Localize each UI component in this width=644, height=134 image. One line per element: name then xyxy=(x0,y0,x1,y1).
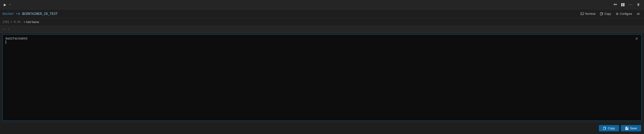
configure-icon xyxy=(616,12,619,16)
output-section: ··· 0a52fdc5d843 ✕ Copy xyxy=(0,26,644,134)
svg-rect-9 xyxy=(626,127,627,128)
toolbar-row: ▶ ▾ ··· xyxy=(0,0,644,10)
trash-icon xyxy=(636,3,640,6)
add-name-button[interactable]: + Add Name xyxy=(22,20,40,24)
terminal-label: Terminal xyxy=(585,12,595,16)
split-icon xyxy=(621,3,625,6)
copy-icon-bottom xyxy=(603,127,606,130)
output-dots-row: ··· xyxy=(0,26,644,33)
save-button[interactable]: Save xyxy=(621,125,641,132)
terminal-button[interactable]: Terminal xyxy=(579,11,597,16)
close-icon: ✕ xyxy=(635,37,638,41)
copy-icon-top xyxy=(600,12,603,16)
action-buttons-right: Terminal Copy Configure xyxy=(579,11,642,16)
cursor-line xyxy=(6,40,638,44)
output-line-1: 0a52fdc5d843 xyxy=(6,37,638,40)
svg-point-5 xyxy=(617,13,618,14)
copy-button-top[interactable]: Copy xyxy=(598,11,613,16)
step-info: [10] ✓ 0.4s + Add Name xyxy=(2,20,40,24)
command-rm-text: rm xyxy=(16,12,20,16)
command-row: docker rm $CONTAINER_ID_TEST Terminal xyxy=(0,10,644,18)
bottom-action-bar: Copy Save xyxy=(0,122,644,134)
svg-rect-4 xyxy=(600,13,602,15)
command-keyword: docker xyxy=(2,12,14,16)
add-name-label: + Add Name xyxy=(24,20,39,24)
duration: 0.4s xyxy=(14,20,21,24)
output-text-area: 0a52fdc5d843 xyxy=(2,34,642,120)
command-left: docker rm $CONTAINER_ID_TEST xyxy=(2,12,58,16)
command-right: Terminal Copy Configure xyxy=(579,11,642,16)
run-all-icon xyxy=(614,3,617,6)
step-info-row: [10] ✓ 0.4s + Add Name xyxy=(0,18,644,26)
svg-rect-1 xyxy=(623,3,624,6)
save-icon xyxy=(625,127,628,130)
split-button[interactable] xyxy=(620,2,626,8)
run-button[interactable]: ▶ xyxy=(2,2,8,8)
terminal-icon xyxy=(580,12,584,16)
chevron-icon: ▾ xyxy=(9,3,11,6)
command-text: docker rm $CONTAINER_ID_TEST xyxy=(2,12,58,16)
more-options-button[interactable]: ··· xyxy=(627,1,634,8)
run-all-button[interactable] xyxy=(612,2,618,8)
close-output-button[interactable]: ✕ xyxy=(634,36,640,42)
dots-icon[interactable]: ··· xyxy=(2,27,10,32)
output-content-box: 0a52fdc5d843 ✕ xyxy=(2,34,642,121)
command-arg: $CONTAINER_ID_TEST xyxy=(22,12,58,16)
check-icon: ✓ xyxy=(10,20,12,24)
toolbar-left: ▶ ▾ xyxy=(2,2,11,8)
shell-label: sh xyxy=(637,12,640,16)
main-container: ▶ ▾ ··· xyxy=(0,0,644,134)
text-cursor xyxy=(6,40,6,44)
svg-rect-7 xyxy=(603,128,605,130)
configure-button[interactable]: Configure xyxy=(614,11,634,16)
copy-label-bottom: Copy xyxy=(608,126,615,130)
svg-rect-0 xyxy=(621,3,622,6)
svg-rect-10 xyxy=(626,128,628,130)
save-label: Save xyxy=(630,126,637,130)
configure-label: Configure xyxy=(620,12,632,16)
copy-button-bottom[interactable]: Copy xyxy=(599,125,619,132)
copy-label-top: Copy xyxy=(604,12,611,16)
step-number: [10] xyxy=(2,20,9,24)
output-left: ··· xyxy=(2,27,10,32)
shell-button[interactable]: sh xyxy=(635,11,642,16)
delete-button[interactable] xyxy=(635,2,642,8)
toolbar-top-right: ··· xyxy=(612,1,642,8)
